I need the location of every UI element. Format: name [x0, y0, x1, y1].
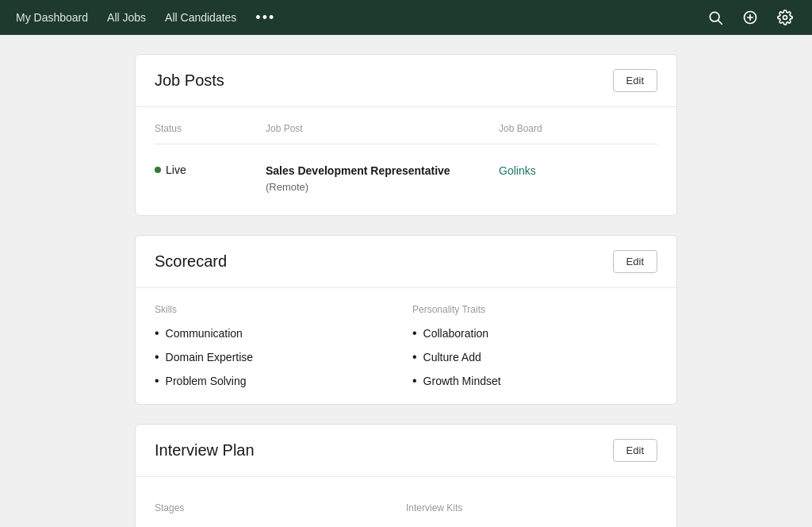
- job-posts-card-body: Status Job Post Job Board Live Sales Dev…: [136, 107, 676, 215]
- list-item: Collaboration: [412, 326, 657, 340]
- svg-line-1: [718, 21, 722, 25]
- job-board-link[interactable]: Golinks: [499, 164, 536, 177]
- scorecard-columns: Skills Communication Domain Expertise Pr…: [155, 304, 657, 388]
- scorecard-card-header: Scorecard Edit: [136, 236, 676, 288]
- scorecard-personality-column: Personality Traits Collaboration Culture…: [412, 304, 657, 388]
- scorecard-card-body: Skills Communication Domain Expertise Pr…: [136, 288, 676, 404]
- gear-icon[interactable]: [774, 6, 796, 29]
- col-jobboard-label: Job Board: [499, 123, 657, 134]
- status-live-label: Live: [166, 163, 186, 176]
- list-item: Domain Expertise: [155, 350, 400, 364]
- add-circle-icon[interactable]: [739, 6, 761, 29]
- job-post-info: Sales Development Representative (Remote…: [266, 163, 499, 193]
- navbar: My Dashboard All Jobs All Candidates •••: [0, 0, 812, 35]
- interview-kits-label: Interview Kits: [406, 502, 657, 514]
- nav-my-dashboard[interactable]: My Dashboard: [16, 11, 88, 24]
- job-posts-edit-button[interactable]: Edit: [613, 69, 657, 92]
- job-posts-title: Job Posts: [155, 71, 224, 90]
- status-live: Live: [155, 163, 266, 176]
- table-row: Live Sales Development Representative (R…: [155, 157, 657, 199]
- nav-more-button[interactable]: •••: [255, 10, 275, 26]
- list-item: Growth Mindset: [412, 374, 657, 388]
- interview-plan-edit-button[interactable]: Edit: [613, 439, 657, 462]
- job-posts-card-header: Job Posts Edit: [136, 55, 676, 107]
- list-item: Culture Add: [412, 350, 657, 364]
- col-status-label: Status: [155, 123, 266, 134]
- interview-plan-card-header: Interview Plan Edit: [136, 425, 676, 477]
- interview-plan-card-body: Stages Interview Kits: [136, 477, 676, 527]
- svg-point-5: [783, 16, 787, 20]
- list-item: Communication: [155, 326, 400, 340]
- col-jobpost-label: Job Post: [266, 123, 499, 134]
- scorecard-card: Scorecard Edit Skills Communication Doma…: [135, 235, 677, 405]
- interview-plan-title: Interview Plan: [155, 441, 255, 460]
- nav-all-candidates[interactable]: All Candidates: [165, 11, 236, 24]
- stages-label: Stages: [155, 502, 406, 514]
- interview-plan-card: Interview Plan Edit Stages Interview Kit…: [135, 424, 677, 527]
- skills-list: Communication Domain Expertise Problem S…: [155, 326, 400, 388]
- job-board-cell: Golinks: [499, 163, 657, 178]
- personality-label: Personality Traits: [412, 304, 657, 315]
- scorecard-edit-button[interactable]: Edit: [613, 250, 657, 273]
- status-dot-live: [155, 167, 161, 173]
- list-item: Problem Solving: [155, 374, 400, 388]
- job-post-subtitle: (Remote): [266, 181, 499, 193]
- interview-table-header: Stages Interview Kits: [155, 493, 657, 514]
- nav-all-jobs[interactable]: All Jobs: [107, 11, 146, 24]
- job-posts-card: Job Posts Edit Status Job Post Job Board…: [135, 54, 677, 216]
- personality-list: Collaboration Culture Add Growth Mindset: [412, 326, 657, 388]
- main-content: Job Posts Edit Status Job Post Job Board…: [0, 35, 812, 527]
- skills-label: Skills: [155, 304, 400, 315]
- search-icon[interactable]: [704, 6, 726, 29]
- nav-icon-group: [704, 6, 796, 29]
- scorecard-title: Scorecard: [155, 252, 227, 271]
- job-post-title: Sales Development Representative: [266, 163, 499, 179]
- scorecard-skills-column: Skills Communication Domain Expertise Pr…: [155, 304, 400, 388]
- job-posts-table-header: Status Job Post Job Board: [155, 123, 657, 144]
